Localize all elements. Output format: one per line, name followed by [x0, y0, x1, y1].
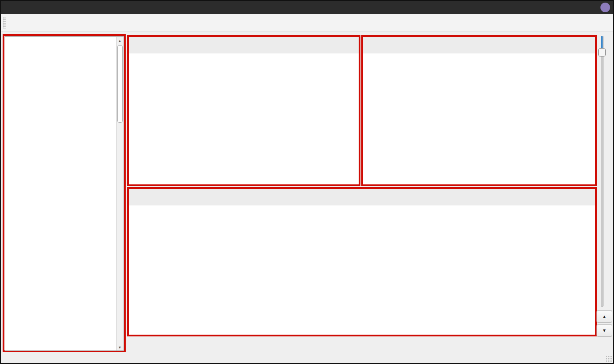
profile-position-slider[interactable] — [599, 36, 604, 306]
plan-view-panel — [127, 35, 360, 186]
slider-track[interactable] — [601, 36, 603, 307]
resize-grip[interactable] — [606, 356, 612, 362]
plan-view-plot[interactable] — [129, 53, 359, 184]
scroll-up-icon[interactable]: ▲ — [116, 37, 123, 44]
longitudinal-profile-toolbar — [363, 37, 595, 54]
up-triangle-icon: ▲ — [602, 314, 607, 319]
next-profile-button[interactable]: ▼ — [596, 324, 612, 337]
cross-section-table-panel: ▲ ▼ — [3, 34, 126, 352]
table-scrollbar[interactable]: ▲ ▼ — [116, 37, 123, 351]
cross-section-plot-panel — [127, 187, 597, 336]
titlebar — [1, 1, 613, 14]
app-toolbar — [1, 14, 613, 32]
longitudinal-profile-plot[interactable] — [363, 53, 595, 184]
scrollbar-handle[interactable] — [117, 45, 123, 123]
previous-profile-button[interactable]: ▲ — [596, 310, 612, 323]
close-icon[interactable] — [600, 3, 610, 12]
slider-handle[interactable] — [598, 48, 606, 57]
cross-section-plot[interactable] — [129, 205, 595, 335]
geometry-reach-edit-window: ▲ ▼ ▲ ▼ — [0, 0, 614, 364]
scroll-down-icon[interactable]: ▼ — [116, 344, 123, 351]
cross-section-toolbar — [129, 189, 595, 206]
longitudinal-profile-panel — [361, 35, 597, 186]
down-triangle-icon: ▼ — [602, 328, 607, 333]
cross-section-table: ▲ ▼ — [5, 36, 124, 351]
toolbar-grip[interactable] — [3, 17, 6, 28]
plan-view-toolbar — [129, 37, 359, 54]
